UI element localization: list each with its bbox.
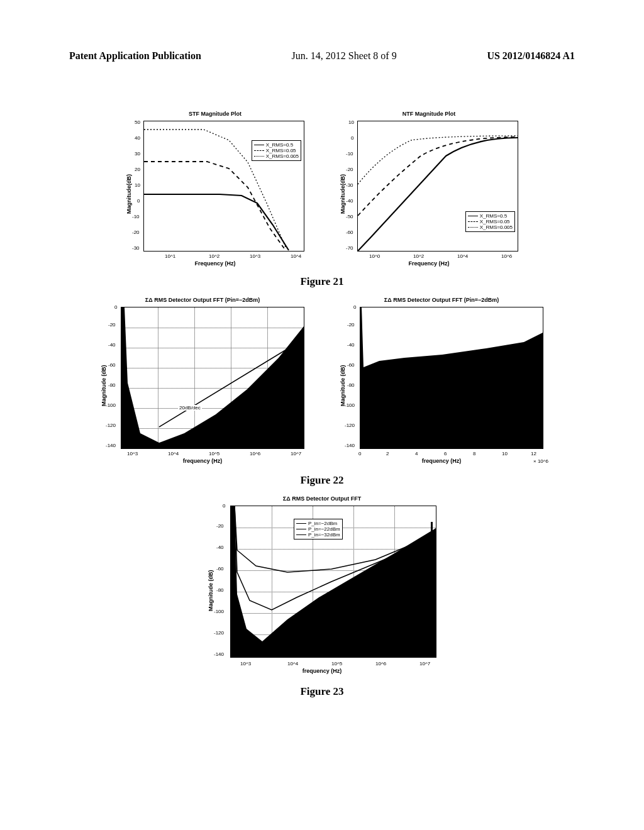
legend-label: X_RMS=0.005 [480, 224, 513, 230]
tick: 4 [415, 451, 418, 456]
header-right: US 2012/0146824 A1 [487, 50, 575, 62]
tick: -80 [108, 382, 116, 388]
content: STF Magnitude Plot X_RMS=0.5 X_RMS=0.05 … [63, 119, 581, 716]
tick: 10^2 [209, 253, 219, 259]
legend-label: X_RMS=0.5 [266, 142, 293, 148]
legend-label: X_RMS=0.05 [480, 219, 510, 224]
legend-label: P_in=−22dBm [308, 526, 340, 532]
tick: 12 [531, 451, 536, 456]
tick: 10^6 [375, 661, 386, 667]
xscale: × 10^6 [533, 458, 548, 464]
page: Patent Application Publication Jun. 14, … [0, 0, 644, 830]
tick: 10^4 [168, 451, 179, 456]
tick: 6 [444, 451, 447, 456]
fig21-ntf-ylabel: Magnitude(dB) [340, 174, 346, 214]
fig23-legend: P_in=−2dBm P_in=−22dBm P_in=−32dBm [294, 519, 343, 540]
fig21-stf-xlabel: Frequency (Hz) [121, 260, 309, 267]
tick: -140 [214, 651, 224, 657]
fig21-ntf-title: NTF Magnitude Plot [335, 111, 523, 117]
tick: 10 [348, 119, 354, 125]
tick: 2 [386, 451, 389, 456]
tick: 10^6 [250, 451, 260, 456]
fig22-fft-lin: ΣΔ RMS Detector Output FFT (Pin=−2dBm) M… [335, 306, 548, 469]
tick: -60 [216, 566, 224, 572]
tick: 0 [353, 304, 356, 310]
fig22-fft-log: ΣΔ RMS Detector Output FFT (Pin=−2dBm) [96, 306, 309, 469]
tick: -50 [346, 214, 353, 219]
tick: 10^7 [291, 451, 301, 456]
tick: 10 [135, 182, 140, 188]
tick: -70 [346, 245, 353, 251]
tick: 0 [223, 503, 225, 509]
fig22-right-svg [360, 307, 543, 448]
tick: -140 [345, 443, 355, 448]
tick: 10^7 [419, 661, 430, 667]
header-left: Patent Application Publication [69, 50, 201, 62]
tick: 10^3 [240, 661, 251, 667]
fig21-stf-title: STF Magnitude Plot [121, 111, 309, 117]
fig22-left-xlabel: frequency (Hz) [96, 458, 309, 464]
tick: 10^2 [413, 253, 424, 259]
tick: 10^0 [369, 253, 380, 259]
fig22-right-title: ΣΔ RMS Detector Output FFT (Pin=−2dBm) [335, 297, 548, 303]
tick: 10 [502, 451, 508, 456]
tick: -60 [108, 362, 116, 368]
fig21-stf-ylabel: Magnitude(dB) [126, 174, 132, 214]
figure-21-row: STF Magnitude Plot X_RMS=0.5 X_RMS=0.05 … [63, 119, 581, 270]
tick: -60 [347, 362, 355, 368]
legend-label: P_in=−32dBm [308, 532, 340, 538]
fig23-plot: ΣΔ RMS Detector Output FFT [203, 504, 441, 680]
fig23-ylabel: Magnitude (dB) [208, 570, 214, 612]
tick: -40 [346, 198, 353, 204]
fig22-right-xlabel: frequency (Hz) [335, 458, 548, 464]
fig22-left-title: ΣΔ RMS Detector Output FFT (Pin=−2dBm) [96, 297, 309, 303]
tick: -40 [347, 342, 355, 348]
tick: -60 [346, 230, 353, 235]
legend-label: P_in=−2dBm [308, 521, 337, 526]
tick: -30 [346, 182, 353, 188]
fig23-title: ΣΔ RMS Detector Output FFT [203, 495, 441, 502]
tick: 10^4 [291, 253, 301, 259]
page-header: Patent Application Publication Jun. 14, … [69, 50, 575, 62]
svg-rect-0 [431, 522, 433, 553]
tick: -80 [216, 587, 224, 593]
tick: 10^1 [165, 253, 175, 259]
fig21-ntf-xlabel: Frequency (Hz) [335, 260, 523, 267]
header-mid: Jun. 14, 2012 Sheet 8 of 9 [292, 50, 397, 62]
tick: 50 [135, 119, 140, 125]
axis-box: X_RMS=0.5 X_RMS=0.05 X_RMS=0.005 [357, 121, 518, 252]
axis-box [360, 307, 543, 449]
tick: 0 [358, 451, 361, 456]
tick: -80 [347, 382, 355, 388]
tick: 10^4 [287, 661, 298, 667]
tick: 10^5 [331, 661, 342, 667]
tick: 40 [135, 135, 140, 141]
axis-box: 20dB/dec [121, 307, 304, 449]
tick: -40 [216, 545, 224, 550]
tick: -100 [214, 609, 224, 614]
legend-label: X_RMS=0.05 [266, 148, 296, 153]
tick: 0 [351, 135, 353, 141]
tick: 8 [473, 451, 475, 456]
tick: 10^6 [501, 253, 512, 259]
tick: 0 [114, 304, 117, 310]
figure-23-row: ΣΔ RMS Detector Output FFT [63, 504, 581, 680]
tick: -40 [108, 342, 116, 348]
fig22-left-ylabel: Magnitude (dB) [101, 365, 107, 407]
tick: -20 [347, 322, 355, 328]
fig22-annot: 20dB/dec [178, 405, 202, 411]
tick: 10^3 [250, 253, 260, 259]
fig21-stf-legend: X_RMS=0.5 X_RMS=0.05 X_RMS=0.005 [252, 140, 301, 161]
fig23-xlabel: frequency (Hz) [203, 668, 441, 674]
tick: -10 [346, 151, 353, 157]
tick: 30 [135, 151, 140, 157]
tick: -120 [214, 630, 224, 636]
axis-box: P_in=−2dBm P_in=−22dBm P_in=−32dBm [230, 506, 436, 658]
tick: -30 [132, 245, 140, 251]
fig22-right-ylabel: Magnitude (dB) [340, 365, 346, 407]
fig21-stf-plot: STF Magnitude Plot X_RMS=0.5 X_RMS=0.05 … [121, 119, 309, 270]
tick: 10^4 [457, 253, 468, 259]
legend-label: X_RMS=0.005 [266, 153, 299, 159]
tick: -120 [345, 423, 355, 428]
tick: -20 [216, 523, 224, 529]
